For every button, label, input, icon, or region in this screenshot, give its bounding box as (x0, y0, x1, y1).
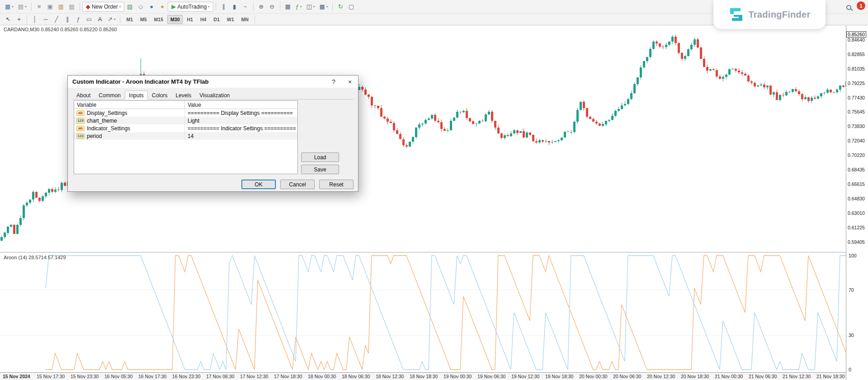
timeframe-m5-button[interactable]: M5 (137, 15, 150, 24)
price-scale[interactable]: 0.85260 0.846400.828550.810350.792250.77… (846, 25, 868, 380)
dialog-title: Custom Indicator - Aroon Indicator MT4 b… (68, 78, 326, 85)
timeframe-m15-button[interactable]: M15 (151, 15, 166, 24)
search-button[interactable] (844, 3, 853, 12)
fibonacci-button[interactable]: ƒ (73, 14, 84, 24)
tab-about[interactable]: About (72, 90, 94, 100)
new-order-button-label: New Order (92, 4, 118, 10)
inputs-table-header: Variable Value (74, 101, 297, 109)
arrows-tool-button[interactable]: ↗▾ (105, 14, 118, 24)
bar-chart-type-button[interactable]: ∥ (218, 2, 229, 12)
time-axis-label: 21 Nov 18:30 (816, 374, 844, 379)
arrows-tool-icon: ↗ (108, 16, 113, 22)
tab-visualization[interactable]: Visualization (195, 90, 234, 100)
tab-levels[interactable]: Levels (171, 90, 195, 100)
navigator-icon: ▥ (58, 4, 63, 10)
zoom-out-button[interactable]: ⊖ (267, 2, 278, 12)
time-axis-label: 17 Nov 12:30 (240, 374, 268, 379)
strategy-tester-icon: ▨ (127, 4, 132, 10)
bar-chart-type-icon: ∥ (222, 4, 225, 10)
metaeditor-button[interactable]: ◇ (135, 2, 146, 12)
variable-cell: 123period (74, 132, 185, 140)
indicators-button[interactable]: ƒ▾ (293, 2, 304, 12)
equidistant-channel-button[interactable]: ∥ (62, 14, 73, 24)
chart-shift-button[interactable]: ● (157, 2, 168, 12)
chevron-down-icon: ▾ (300, 5, 302, 9)
crosshair-button[interactable]: + (14, 14, 24, 24)
trendline-button[interactable]: ╱ (51, 14, 62, 24)
column-header-variable[interactable]: Variable (74, 101, 185, 109)
metaeditor-icon: ◇ (138, 4, 143, 10)
full-screen-button[interactable]: ▢ (346, 2, 357, 12)
input-row-period[interactable]: 123period14 (74, 132, 297, 140)
tradingfinder-watermark: TradingFinder (713, 0, 826, 29)
market-watch-button[interactable]: ≡ (34, 2, 45, 12)
vertical-line-button[interactable]: │ (29, 14, 40, 24)
dialog-titlebar[interactable]: Custom Indicator - Aroon Indicator MT4 b… (68, 76, 358, 88)
full-screen-icon: ▢ (349, 4, 354, 10)
cancel-button[interactable]: Cancel (280, 180, 315, 189)
terminal-button[interactable]: ▧ (66, 2, 77, 12)
time-axis-label: 18 Nov 12:30 (376, 374, 404, 379)
navigator-button[interactable]: ▥ (56, 2, 66, 12)
profiles-icon: ▤ (18, 4, 24, 10)
reset-button[interactable]: Reset (319, 180, 354, 189)
templates-button[interactable]: ▩▾ (317, 2, 330, 12)
tab-inputs[interactable]: Inputs (125, 90, 148, 100)
periods-button[interactable]: ◫▾ (304, 2, 317, 12)
data-window-button[interactable]: ▣ (45, 2, 56, 12)
candlestick-type-button[interactable]: ▮ (229, 2, 240, 12)
timeframe-w1-button[interactable]: W1 (224, 15, 237, 24)
strategy-tester-button[interactable]: ▨ (124, 2, 135, 12)
zoom-in-button[interactable]: ⊕ (256, 2, 267, 12)
price-scale-label: 0.70220 (848, 152, 865, 158)
timeframe-mn-button[interactable]: MN (238, 15, 252, 24)
autotrading-button[interactable]: ▶AutoTrading▾ (168, 2, 213, 12)
timeframe-h1-button[interactable]: H1 (184, 15, 196, 24)
load-button[interactable]: Load (301, 152, 339, 162)
time-axis-label: 21 Nov 06:30 (749, 374, 777, 379)
mql5-community-button[interactable]: ● (146, 2, 157, 12)
time-axis[interactable]: 15 Nov 202415 Nov 17:3015 Nov 23:3016 No… (0, 372, 846, 380)
timeframe-m1-button[interactable]: M1 (123, 15, 136, 24)
timeframe-m30-button[interactable]: M30 (167, 15, 183, 24)
profiles-button[interactable]: ▤▾ (16, 2, 29, 12)
toolbar-separator (120, 15, 120, 24)
tab-common[interactable]: Common (94, 90, 125, 100)
indicator-scale-label: 30 (849, 332, 854, 338)
shapes-button[interactable]: ▭ (84, 14, 94, 24)
new-chart-button[interactable]: ▦▾ (3, 2, 16, 12)
value-cell[interactable]: 14 (185, 133, 297, 139)
line-type-button[interactable]: ~ (240, 2, 251, 12)
value-cell[interactable]: ========== Display Settings ========== (185, 110, 297, 116)
chevron-down-icon: ▾ (119, 5, 121, 9)
tile-windows-button[interactable]: ▦ (283, 2, 293, 12)
value-cell[interactable]: Light (185, 118, 297, 124)
refresh-button[interactable]: ↻ (335, 2, 346, 12)
horizontal-line-button[interactable]: ─ (40, 14, 51, 24)
aroon-indicator-chart[interactable] (0, 253, 846, 372)
cursor-button[interactable]: ↖ (3, 14, 14, 24)
price-scale-label: 0.66615 (848, 181, 865, 187)
tab-colors[interactable]: Colors (148, 90, 172, 100)
price-scale-label: 0.68435 (848, 167, 865, 172)
new-chart-icon: ▦ (5, 4, 10, 10)
time-axis-label: 16 Nov 17:30 (138, 374, 166, 379)
new-order-button[interactable]: ◆New Order▾ (82, 2, 125, 12)
input-row-Display_Settings[interactable]: abDisplay_Settings========== Display Set… (74, 109, 297, 117)
toolbar-separator (31, 3, 32, 11)
aroon-indicator-label: Aroon (14) 28.5714 57.1429 (4, 255, 66, 260)
dialog-close-button[interactable]: × (342, 76, 358, 88)
price-scale-label: 0.79225 (848, 81, 865, 86)
text-label-button[interactable]: A (94, 14, 105, 24)
ok-button[interactable]: OK (241, 180, 276, 189)
input-row-chart_theme[interactable]: 123chart_themeLight (74, 117, 297, 124)
dialog-help-button[interactable]: ? (326, 76, 342, 88)
notification-badge: 1 (857, 1, 865, 10)
save-button[interactable]: Save (301, 165, 339, 174)
timeframe-d1-button[interactable]: D1 (210, 15, 222, 24)
input-row-Indicator_Settings[interactable]: abIndicator_Settings========== Indicator… (74, 124, 297, 132)
variable-name: period (87, 133, 102, 139)
timeframe-h4-button[interactable]: H4 (197, 15, 209, 24)
column-header-value[interactable]: Value (185, 101, 204, 109)
value-cell[interactable]: ========== Indicator Settings ========== (185, 125, 297, 132)
